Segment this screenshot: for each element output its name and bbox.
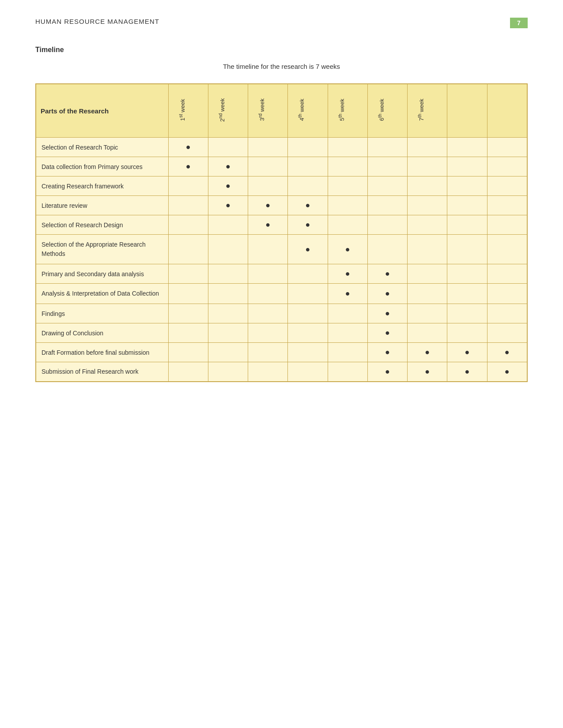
cell-r4-c7 xyxy=(447,215,487,235)
table-row: Data collection from Primary sources●● xyxy=(36,157,527,176)
cell-r9-c8 xyxy=(487,323,527,343)
bullet-icon: ● xyxy=(345,289,350,298)
cell-r7-c2 xyxy=(248,284,288,304)
cell-r8-c7 xyxy=(447,304,487,323)
table-row: Selection of the Appropriate Research Me… xyxy=(36,235,527,264)
row-label: Analysis & Interpretation of Data Collec… xyxy=(36,284,168,304)
cell-r8-c6 xyxy=(408,304,447,323)
bullet-icon: ● xyxy=(305,220,310,229)
cell-r1-c2 xyxy=(248,157,288,176)
cell-r5-c6 xyxy=(408,235,447,264)
cell-r5-c3: ● xyxy=(288,235,328,264)
cell-r4-c0 xyxy=(168,215,208,235)
cell-r0-c3 xyxy=(288,138,328,157)
cell-r6-c0 xyxy=(168,264,208,284)
cell-r8-c1 xyxy=(208,304,248,323)
bullet-icon: ● xyxy=(226,181,230,190)
week-header-5: 5th week xyxy=(328,84,367,138)
cell-r6-c1 xyxy=(208,264,248,284)
cell-r10-c2 xyxy=(248,343,288,362)
table-row: Drawing of Conclusion● xyxy=(36,323,527,343)
row-label: Data collection from Primary sources xyxy=(36,157,168,176)
cell-r1-c8 xyxy=(487,157,527,176)
cell-r10-c0 xyxy=(168,343,208,362)
cell-r10-c8: ● xyxy=(487,343,527,362)
cell-r0-c5 xyxy=(367,138,407,157)
table-row: Analysis & Interpretation of Data Collec… xyxy=(36,284,527,304)
cell-r3-c5 xyxy=(367,196,407,215)
page: HUMAN RESOURCE MANAGEMENT 7 Timeline The… xyxy=(0,0,563,728)
cell-r1-c1: ● xyxy=(208,157,248,176)
cell-r5-c2 xyxy=(248,235,288,264)
cell-r5-c1 xyxy=(208,235,248,264)
parts-header: Parts of the Research xyxy=(36,84,168,138)
bullet-icon: ● xyxy=(385,309,390,318)
cell-r11-c8: ● xyxy=(487,362,527,382)
week-header-4: 4th week xyxy=(288,84,328,138)
cell-r9-c5: ● xyxy=(367,323,407,343)
bullet-icon: ● xyxy=(385,348,390,356)
cell-r11-c2 xyxy=(248,362,288,382)
cell-r0-c2 xyxy=(248,138,288,157)
bullet-icon: ● xyxy=(385,269,390,278)
cell-r9-c0 xyxy=(168,323,208,343)
cell-r2-c3 xyxy=(288,176,328,196)
cell-r0-c4 xyxy=(328,138,367,157)
cell-r6-c2 xyxy=(248,264,288,284)
cell-r3-c7 xyxy=(447,196,487,215)
cell-r2-c6 xyxy=(408,176,447,196)
bullet-icon: ● xyxy=(186,143,191,151)
cell-r6-c4: ● xyxy=(328,264,367,284)
cell-r7-c5: ● xyxy=(367,284,407,304)
cell-r5-c0 xyxy=(168,235,208,264)
bullet-icon: ● xyxy=(505,348,510,356)
cell-r2-c2 xyxy=(248,176,288,196)
cell-r4-c2: ● xyxy=(248,215,288,235)
week-header-3: 3rd week xyxy=(248,84,288,138)
cell-r8-c4 xyxy=(328,304,367,323)
cell-r9-c7 xyxy=(447,323,487,343)
cell-r1-c6 xyxy=(408,157,447,176)
cell-r9-c3 xyxy=(288,323,328,343)
cell-r11-c7: ● xyxy=(447,362,487,382)
document-title: HUMAN RESOURCE MANAGEMENT xyxy=(35,18,159,25)
page-header: HUMAN RESOURCE MANAGEMENT 7 xyxy=(35,18,528,28)
cell-r3-c8 xyxy=(487,196,527,215)
bullet-icon: ● xyxy=(505,367,510,376)
cell-r6-c5: ● xyxy=(367,264,407,284)
bullet-icon: ● xyxy=(465,367,469,376)
cell-r2-c7 xyxy=(447,176,487,196)
cell-r11-c0 xyxy=(168,362,208,382)
week-header-6: 6th week xyxy=(367,84,407,138)
bullet-icon: ● xyxy=(305,201,310,210)
cell-r7-c0 xyxy=(168,284,208,304)
table-row: Primary and Secondary data analysis●● xyxy=(36,264,527,284)
cell-r1-c7 xyxy=(447,157,487,176)
cell-r2-c8 xyxy=(487,176,527,196)
cell-r7-c8 xyxy=(487,284,527,304)
table-row: Selection of Research Topic● xyxy=(36,138,527,157)
bullet-icon: ● xyxy=(226,162,230,171)
bullet-icon: ● xyxy=(385,367,390,376)
row-label: Selection of the Appropriate Research Me… xyxy=(36,235,168,264)
cell-r10-c5: ● xyxy=(367,343,407,362)
cell-r8-c3 xyxy=(288,304,328,323)
cell-r3-c0 xyxy=(168,196,208,215)
row-label: Drawing of Conclusion xyxy=(36,323,168,343)
page-number: 7 xyxy=(510,18,528,28)
bullet-icon: ● xyxy=(345,245,350,254)
cell-r3-c6 xyxy=(408,196,447,215)
cell-r2-c1: ● xyxy=(208,176,248,196)
cell-r6-c6 xyxy=(408,264,447,284)
cell-r1-c0: ● xyxy=(168,157,208,176)
cell-r0-c1 xyxy=(208,138,248,157)
table-row: Findings● xyxy=(36,304,527,323)
cell-r6-c3 xyxy=(288,264,328,284)
cell-r3-c4 xyxy=(328,196,367,215)
bullet-icon: ● xyxy=(345,269,350,278)
bullet-icon: ● xyxy=(425,348,430,356)
cell-r10-c1 xyxy=(208,343,248,362)
cell-r11-c4 xyxy=(328,362,367,382)
cell-r8-c8 xyxy=(487,304,527,323)
cell-r3-c2: ● xyxy=(248,196,288,215)
